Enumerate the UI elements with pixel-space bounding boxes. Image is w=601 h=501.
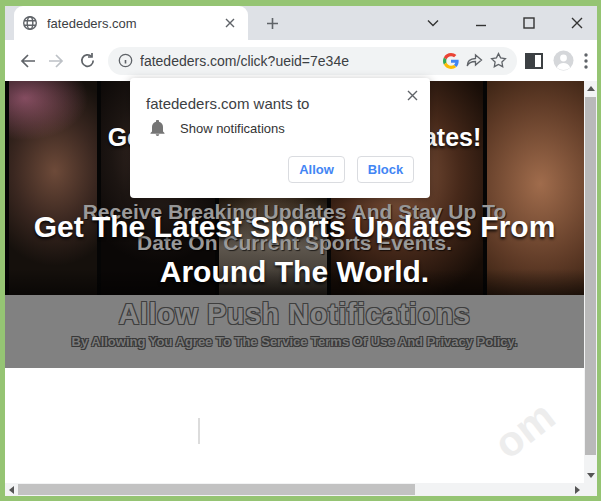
back-icon[interactable] bbox=[14, 48, 40, 74]
browser-toolbar: fatededers.com/click?ueid=7e34e bbox=[5, 40, 597, 81]
tab-bar: fatededers.com bbox=[5, 6, 597, 40]
scroll-right-arrow-icon[interactable] bbox=[575, 486, 580, 494]
reload-icon[interactable] bbox=[74, 48, 100, 74]
dialog-title: fatededers.com wants to bbox=[146, 95, 309, 112]
tab-fatededers[interactable]: fatededers.com bbox=[14, 6, 248, 40]
toolbar-right-icons bbox=[525, 50, 588, 71]
headline-line-2: Around The World. bbox=[5, 249, 584, 294]
allow-button[interactable]: Allow bbox=[288, 156, 345, 183]
permission-label: Show notifications bbox=[180, 121, 285, 136]
browser-window: fatededers.com bbox=[0, 0, 601, 501]
main-headline: Get The Latest Sports Updates From Aroun… bbox=[5, 204, 584, 294]
scroll-down-arrow-icon[interactable] bbox=[587, 473, 595, 478]
divider-fragment bbox=[198, 418, 200, 444]
scroll-left-arrow-icon[interactable] bbox=[9, 486, 14, 494]
globe-favicon-icon bbox=[22, 15, 38, 31]
bell-icon bbox=[150, 120, 165, 136]
band-title: Allow Push Notifications bbox=[5, 298, 584, 331]
window-controls bbox=[425, 6, 585, 40]
url-text[interactable]: fatededers.com/click?ueid=7e34e bbox=[140, 53, 436, 69]
notification-permission-dialog: fatededers.com wants to Show notificatio… bbox=[130, 78, 430, 198]
scroll-up-arrow-icon[interactable] bbox=[587, 86, 595, 91]
horizontal-scrollbar[interactable] bbox=[5, 483, 584, 496]
lower-white-area: om bbox=[5, 368, 584, 483]
vertical-scrollbar[interactable] bbox=[584, 81, 597, 483]
push-notification-band: Allow Push Notifications By Allowing You… bbox=[5, 295, 584, 368]
window-close-icon[interactable] bbox=[569, 15, 585, 31]
info-icon[interactable] bbox=[118, 53, 133, 68]
google-g-icon[interactable] bbox=[443, 53, 459, 69]
watermark-text: om bbox=[485, 392, 564, 469]
minimize-icon[interactable] bbox=[473, 15, 489, 31]
menu-dots-icon[interactable] bbox=[584, 53, 588, 69]
side-panel-icon[interactable] bbox=[525, 53, 543, 69]
scrollbar-corner bbox=[584, 483, 597, 496]
band-subtitle: By Allowing You Agree To The Service Ter… bbox=[5, 334, 584, 349]
headline-line-1: Get The Latest Sports Updates From bbox=[5, 204, 584, 249]
forward-icon[interactable] bbox=[44, 48, 70, 74]
block-button[interactable]: Block bbox=[357, 156, 414, 183]
vertical-scroll-thumb[interactable] bbox=[585, 97, 596, 455]
profile-avatar[interactable] bbox=[553, 50, 574, 71]
chevron-down-icon[interactable] bbox=[425, 15, 441, 31]
permission-row: Show notifications bbox=[150, 120, 285, 136]
horizontal-scroll-thumb[interactable] bbox=[18, 484, 415, 495]
star-icon[interactable] bbox=[490, 52, 507, 69]
tab-close-icon[interactable] bbox=[220, 13, 240, 33]
dialog-actions: Allow Block bbox=[288, 156, 414, 183]
maximize-icon[interactable] bbox=[521, 15, 537, 31]
share-icon[interactable] bbox=[466, 53, 483, 68]
dialog-close-icon[interactable] bbox=[403, 86, 421, 104]
new-tab-button[interactable] bbox=[258, 9, 286, 37]
address-bar[interactable]: fatededers.com/click?ueid=7e34e bbox=[108, 47, 517, 75]
tab-title: fatededers.com bbox=[47, 16, 220, 31]
